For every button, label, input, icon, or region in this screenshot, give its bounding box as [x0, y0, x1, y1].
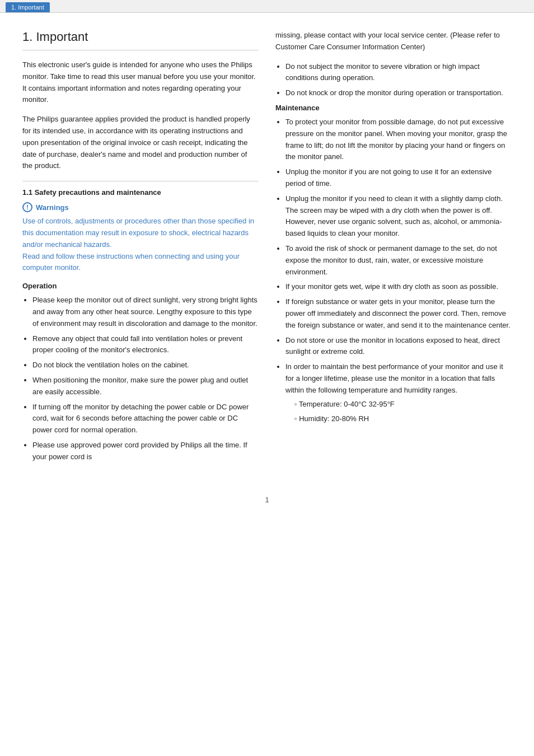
operation-title: Operation — [22, 282, 259, 290]
warning-line-2: Read and follow these instructions when … — [22, 252, 240, 272]
title-divider — [22, 50, 259, 50]
list-item: If foreign substance or water gets in yo… — [285, 296, 512, 331]
right-column: missing, please contact with your local … — [275, 30, 512, 468]
operation-list: Please keep the monitor out of direct su… — [22, 295, 259, 463]
warnings-block: ! Warnings Use of controls, adjustments … — [22, 202, 259, 274]
temperature-item: Temperature: 0-40°C 32-95°F — [294, 399, 512, 410]
intro-text: This electronic user's guide is intended… — [22, 59, 259, 106]
list-item: Unplug the monitor if you are not going … — [285, 166, 512, 190]
warnings-label: Warnings — [36, 203, 69, 212]
list-item: Remove any object that could fall into v… — [32, 333, 259, 357]
list-item: To protect your monitor from possible da… — [285, 116, 512, 163]
right-col-intro: missing, please contact with your local … — [275, 30, 512, 53]
maintenance-list: To protect your monitor from possible da… — [275, 116, 512, 425]
temp-humidity-intro: In order to maintain the best performanc… — [285, 362, 503, 394]
list-item: If turning off the monitor by detaching … — [32, 402, 259, 436]
list-item: Do not block the ventilation holes on th… — [32, 360, 259, 371]
list-item: Unplug the monitor if you need to clean … — [285, 193, 512, 240]
warnings-text: Use of controls, adjustments or procedur… — [22, 216, 259, 274]
list-item: Do not subject the monitor to severe vib… — [285, 61, 512, 85]
list-item: When positioning the monitor, make sure … — [32, 375, 259, 398]
warning-line-1: Use of controls, adjustments or procedur… — [22, 217, 254, 249]
section-title: 1.1 Safety precautions and maintenance — [22, 188, 259, 197]
guarantee-text: The Philips guarantee applies provided t… — [22, 114, 259, 172]
list-item: If your monitor gets wet, wipe it with d… — [285, 281, 512, 293]
temp-humidity-list: Temperature: 0-40°C 32-95°F Humidity: 20… — [285, 399, 512, 426]
list-item: In order to maintain the best performanc… — [285, 361, 512, 425]
page-title: 1. Important — [22, 30, 259, 44]
warning-icon: ! — [22, 202, 32, 212]
page-number: 1 — [0, 490, 534, 510]
section-divider — [22, 181, 259, 181]
list-item: Do not knock or drop the monitor during … — [285, 87, 512, 99]
list-item: Please keep the monitor out of direct su… — [32, 295, 259, 329]
warnings-title: ! Warnings — [22, 202, 259, 212]
tab-important[interactable]: 1. Important — [6, 2, 50, 12]
humidity-item: Humidity: 20-80% RH — [294, 413, 512, 425]
maintenance-title: Maintenance — [275, 104, 512, 112]
list-item: Please use approved power cord provided … — [32, 440, 259, 463]
list-item: To avoid the risk of shock or permanent … — [285, 243, 512, 278]
right-col-top-list: Do not subject the monitor to severe vib… — [275, 61, 512, 99]
left-column: 1. Important This electronic user's guid… — [22, 30, 259, 468]
list-item: Do not store or use the monitor in locat… — [285, 335, 512, 358]
